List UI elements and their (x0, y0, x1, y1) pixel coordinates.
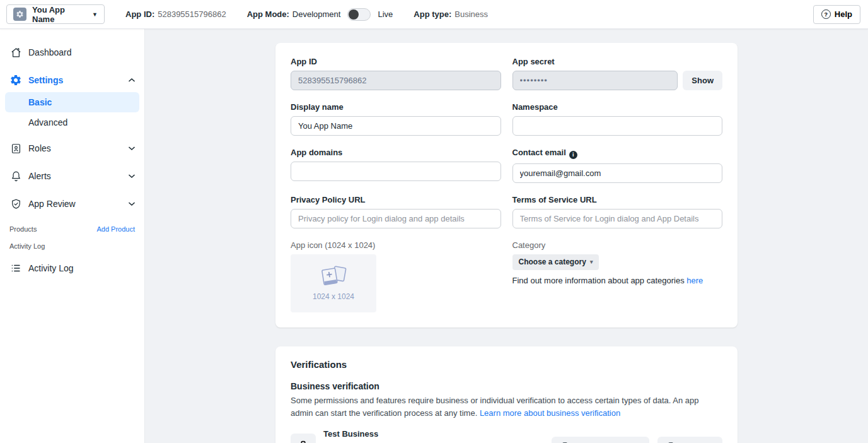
app-secret-field-label: App secret (512, 57, 723, 66)
show-secret-button[interactable]: Show (683, 71, 722, 90)
app-mode-development-label: Development (292, 9, 341, 19)
category-help-text: Find out more information about app cate… (512, 276, 723, 285)
app-domains-field: App domains (291, 148, 501, 183)
app-id-field: App ID (291, 57, 501, 90)
app-id-group: App ID: 528395515796862 (125, 9, 226, 19)
products-section-header: Products Add Product (5, 220, 139, 235)
chevron-down-icon (128, 146, 136, 151)
business-verification-title: Business verification (291, 381, 722, 391)
start-verification-icon (560, 441, 571, 443)
add-product-link[interactable]: Add Product (96, 225, 135, 233)
sidebar-item-advanced[interactable]: Advanced (5, 112, 139, 133)
app-secret-field: App secret Show (512, 57, 723, 90)
main-content: App ID App secret Show Display name Name… (145, 29, 868, 443)
app-type-group: App type: Business (414, 9, 488, 19)
app-id-input (291, 71, 501, 90)
business-name: Test Business (323, 428, 405, 440)
help-label: Help (835, 9, 852, 19)
app-id-value: 528395515796862 (158, 9, 226, 19)
app-domains-input[interactable] (291, 162, 501, 181)
app-selector-label: You App Name (32, 5, 86, 24)
app-icon-field-label: App icon (1024 x 1024) (291, 240, 501, 250)
chevron-down-icon (128, 201, 136, 206)
app-selector-dropdown[interactable]: You App Name ▼ (6, 4, 105, 24)
sidebar-item-settings[interactable]: Settings (5, 68, 139, 92)
app-domains-field-label: App domains (291, 148, 501, 157)
terms-of-service-input[interactable] (512, 209, 723, 228)
business-row: Test Business ID: 138433955431316 Unveri… (291, 428, 722, 443)
sidebar-item-activity-log[interactable]: Activity Log (5, 256, 139, 280)
verifications-title: Verifications (291, 359, 722, 370)
remove-icon (666, 441, 677, 443)
app-icon-field: App icon (1024 x 1024) 1024 x 1024 (291, 240, 501, 312)
contact-email-input[interactable] (512, 163, 723, 183)
info-icon: i (569, 151, 577, 159)
app-mode-group: App Mode: Development Live (247, 8, 393, 21)
namespace-field: Namespace (512, 102, 723, 136)
category-here-link[interactable]: here (686, 276, 703, 285)
sidebar-item-label: Activity Log (28, 263, 136, 273)
sidebar-item-label: Roles (28, 143, 122, 153)
app-mode-toggle[interactable] (347, 8, 371, 21)
business-id: ID: 138433955431316 (323, 440, 405, 443)
app-mode-label: App Mode: (247, 9, 289, 19)
terms-of-service-field-label: Terms of Service URL (512, 195, 723, 204)
category-dropdown-button[interactable]: Choose a category ▾ (512, 254, 599, 270)
category-field-label: Category (512, 240, 723, 250)
caret-down-icon: ▼ (92, 11, 98, 18)
sidebar: Dashboard Settings Basic Advanced Roles … (0, 29, 145, 443)
app-mode-live-label: Live (378, 9, 393, 19)
activity-log-section-label: Activity Log (9, 242, 45, 250)
basic-settings-card: App ID App secret Show Display name Name… (275, 43, 738, 328)
shield-check-icon (9, 198, 22, 210)
privacy-policy-field: Privacy Policy URL (291, 195, 501, 228)
app-id-field-label: App ID (291, 57, 501, 66)
learn-more-link[interactable]: Learn more about business verification (480, 408, 620, 418)
sidebar-item-label: Alerts (28, 171, 122, 181)
chevron-up-icon (128, 78, 136, 83)
help-button[interactable]: ? Help (813, 5, 860, 24)
caret-down-icon: ▾ (590, 259, 593, 265)
app-icon-upload[interactable]: 1024 x 1024 (291, 254, 376, 312)
sidebar-item-app-review[interactable]: App Review (5, 192, 139, 216)
privacy-policy-input[interactable] (291, 209, 501, 228)
gear-icon (9, 74, 22, 86)
display-name-input[interactable] (291, 116, 501, 136)
app-avatar-icon (13, 8, 26, 21)
sidebar-item-label: Dashboard (28, 47, 136, 57)
briefcase-icon (291, 434, 316, 443)
roles-badge-icon (9, 142, 22, 155)
terms-of-service-field: Terms of Service URL (512, 195, 723, 228)
home-icon (9, 46, 22, 59)
namespace-input[interactable] (512, 116, 723, 136)
sidebar-item-label: Settings (28, 75, 122, 85)
topbar: You App Name ▼ App ID: 528395515796862 A… (0, 0, 868, 29)
sidebar-item-roles[interactable]: Roles (5, 136, 139, 160)
list-icon (9, 262, 22, 275)
privacy-policy-field-label: Privacy Policy URL (291, 195, 501, 204)
products-label: Products (9, 225, 37, 233)
contact-email-field-label: Contact emaili (512, 148, 723, 159)
sidebar-item-basic[interactable]: Basic (5, 92, 139, 112)
app-type-label: App type: (414, 9, 451, 19)
remove-button[interactable]: Remove (657, 437, 722, 443)
app-type-value: Business (454, 9, 488, 19)
app-icon-size-hint: 1024 x 1024 (313, 292, 354, 301)
toggle-knob (349, 9, 359, 20)
add-photo-icon (319, 266, 348, 288)
display-name-field-label: Display name (291, 102, 501, 112)
app-id-label: App ID: (125, 9, 154, 19)
help-icon: ? (821, 9, 831, 19)
sidebar-item-alerts[interactable]: Alerts (5, 164, 139, 188)
contact-email-field: Contact emaili (512, 148, 723, 183)
verifications-card: Verifications Business verification Some… (275, 346, 738, 443)
namespace-field-label: Namespace (512, 102, 723, 112)
sidebar-item-dashboard[interactable]: Dashboard (5, 40, 139, 64)
sidebar-item-label: App Review (28, 199, 122, 209)
category-field: Category Choose a category ▾ Find out mo… (512, 240, 723, 312)
business-verification-description: Some permissions and features require bu… (291, 394, 722, 420)
app-secret-input (512, 71, 678, 90)
display-name-field: Display name (291, 102, 501, 136)
bell-icon (9, 170, 22, 182)
start-verification-button[interactable]: Start Verification (552, 437, 649, 443)
